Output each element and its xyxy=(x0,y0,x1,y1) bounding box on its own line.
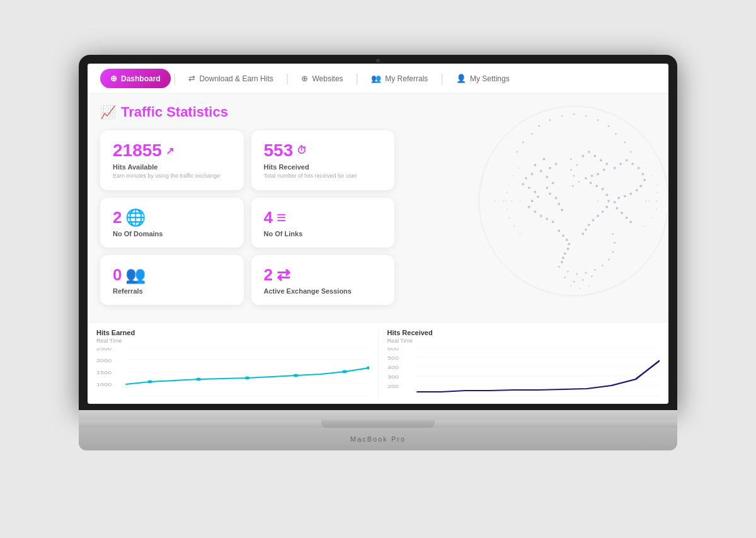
svg-point-19 xyxy=(522,183,524,186)
svg-point-14 xyxy=(543,158,546,161)
svg-point-0 xyxy=(478,105,668,297)
globe-container xyxy=(454,94,668,321)
svg-point-128 xyxy=(656,209,657,210)
svg-text:2500: 2500 xyxy=(96,348,112,352)
svg-point-2 xyxy=(585,115,587,117)
svg-point-129 xyxy=(651,217,653,219)
svg-point-40 xyxy=(593,155,596,157)
svg-point-144 xyxy=(294,374,299,377)
svg-point-84 xyxy=(495,200,496,202)
svg-point-60 xyxy=(562,234,564,237)
svg-point-118 xyxy=(507,192,508,193)
svg-point-53 xyxy=(602,210,604,213)
active-exchange-card: 2 ⇄ Active Exchange Sessions xyxy=(251,255,395,305)
svg-text:500: 500 xyxy=(387,356,399,361)
svg-point-21 xyxy=(534,191,536,193)
hits-received-chart-title: Hits Received xyxy=(387,329,660,336)
svg-point-28 xyxy=(552,220,554,223)
hits-available-card: 21855 ↗ Hits Available Earn minutes by u… xyxy=(100,130,244,190)
nav-download[interactable]: ⇄ Download & Earn Hits xyxy=(178,69,283,88)
svg-point-68 xyxy=(619,163,622,165)
download-icon: ⇄ xyxy=(188,74,195,83)
svg-point-126 xyxy=(656,183,657,185)
svg-point-105 xyxy=(612,251,614,253)
svg-point-107 xyxy=(612,233,614,235)
svg-point-3 xyxy=(561,115,563,117)
svg-point-99 xyxy=(567,271,569,273)
svg-point-51 xyxy=(607,200,610,202)
svg-point-90 xyxy=(656,200,657,202)
svg-point-34 xyxy=(549,193,551,195)
svg-point-85 xyxy=(503,200,504,202)
nav-websites[interactable]: ⊕ Websites xyxy=(291,69,353,88)
svg-point-12 xyxy=(630,151,632,153)
svg-point-70 xyxy=(631,163,634,165)
svg-point-101 xyxy=(585,272,587,274)
svg-point-1 xyxy=(573,113,575,115)
svg-point-56 xyxy=(588,224,590,226)
svg-point-39 xyxy=(588,151,590,153)
svg-point-13 xyxy=(516,151,518,153)
svg-point-29 xyxy=(549,167,551,169)
svg-point-18 xyxy=(525,177,527,180)
svg-point-23 xyxy=(531,200,534,202)
svg-point-16 xyxy=(540,170,542,173)
svg-point-52 xyxy=(605,206,608,209)
svg-point-10 xyxy=(624,141,626,143)
svg-point-24 xyxy=(528,206,530,209)
svg-point-9 xyxy=(531,133,533,135)
nav-settings[interactable]: 👤 My Settings xyxy=(446,69,520,88)
hits-earned-area: 2500 2000 1500 1000 xyxy=(96,348,369,398)
svg-point-96 xyxy=(578,181,580,183)
svg-point-67 xyxy=(614,167,616,169)
nav-divider-4: | xyxy=(438,72,446,85)
svg-point-62 xyxy=(568,243,570,246)
svg-point-82 xyxy=(626,217,628,219)
svg-point-31 xyxy=(546,176,548,178)
svg-point-127 xyxy=(657,192,658,193)
svg-point-102 xyxy=(594,269,596,271)
svg-text:300: 300 xyxy=(387,375,399,380)
svg-point-72 xyxy=(641,173,644,175)
svg-point-50 xyxy=(605,194,608,197)
hits-received-card: 553 ⏱ Hits Received Total number of hits… xyxy=(251,130,395,190)
referrals-icon: 👥 xyxy=(371,74,381,83)
svg-point-30 xyxy=(555,163,558,165)
svg-point-91 xyxy=(645,200,646,202)
nav-referrals[interactable]: 👥 My Referrals xyxy=(361,69,438,88)
svg-point-108 xyxy=(564,277,566,278)
svg-point-115 xyxy=(518,168,520,169)
svg-point-63 xyxy=(567,248,570,250)
hits-earned-chart: Hits Earned Real Time 2500 2000 xyxy=(88,323,378,404)
nav-divider-1: | xyxy=(171,72,179,85)
svg-point-93 xyxy=(576,164,578,166)
svg-point-35 xyxy=(555,197,558,199)
stats-row-3: 0 👥 Referrals 2 ⇄ Active Exchange Sessio… xyxy=(100,255,394,305)
nav-dashboard[interactable]: ⊕ Dashboard xyxy=(100,69,171,88)
svg-point-146 xyxy=(367,367,369,370)
svg-text:400: 400 xyxy=(387,365,399,370)
hits-earned-subtitle: Real Time xyxy=(96,338,369,344)
svg-point-66 xyxy=(561,261,563,263)
referrals-number: 0 👥 xyxy=(113,265,231,285)
svg-text:200: 200 xyxy=(387,384,399,389)
svg-point-64 xyxy=(564,253,566,255)
hits-received-chart: Hits Received Real Time 600 xyxy=(379,323,669,404)
svg-point-83 xyxy=(629,220,632,223)
hits-earned-title: Hits Earned xyxy=(96,329,369,336)
svg-point-7 xyxy=(538,125,540,127)
svg-point-125 xyxy=(651,175,653,176)
hits-received-label: Hits Received xyxy=(264,163,382,171)
active-exchange-number: 2 ⇄ xyxy=(264,265,382,285)
svg-point-141 xyxy=(147,381,152,384)
svg-point-36 xyxy=(558,203,560,205)
svg-point-58 xyxy=(581,232,584,235)
svg-point-69 xyxy=(626,159,628,162)
svg-point-59 xyxy=(558,230,560,232)
nav-bar: ⊕ Dashboard | ⇄ Download & Earn Hits | ⊕… xyxy=(88,64,668,94)
dashboard-icon: ⊕ xyxy=(110,74,117,83)
settings-icon: 👤 xyxy=(456,74,466,83)
svg-point-131 xyxy=(479,106,668,295)
svg-point-87 xyxy=(520,200,521,202)
svg-point-65 xyxy=(562,256,564,259)
